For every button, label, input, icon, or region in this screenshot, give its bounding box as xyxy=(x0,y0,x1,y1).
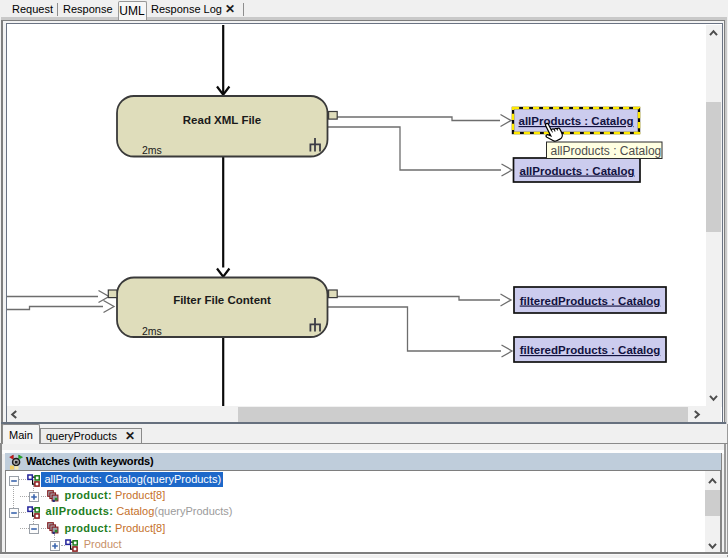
svg-text:allProducts : Catalog: allProducts : Catalog xyxy=(551,144,662,158)
svg-text:2ms: 2ms xyxy=(142,144,162,156)
svg-text:2ms: 2ms xyxy=(142,325,162,337)
svg-text:allProducts : Catalog: allProducts : Catalog xyxy=(518,115,633,127)
svg-text:allProducts : Catalog: allProducts : Catalog xyxy=(519,165,634,177)
svg-text:filteredProducts : Catalog: filteredProducts : Catalog xyxy=(520,295,661,307)
svg-text:filteredProducts : Catalog: filteredProducts : Catalog xyxy=(520,344,661,356)
svg-text:Read XML File: Read XML File xyxy=(183,114,261,126)
svg-text:Filter File Content: Filter File Content xyxy=(173,294,271,306)
